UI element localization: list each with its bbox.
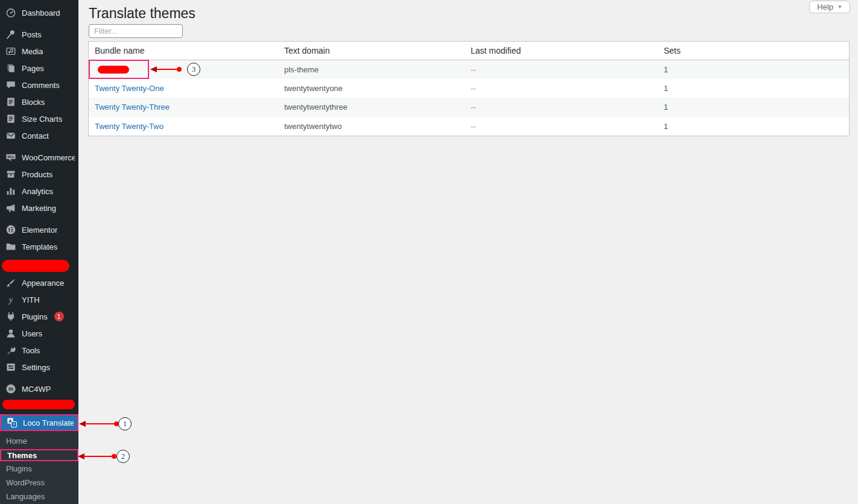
folder-icon (5, 241, 16, 252)
admin-menu: DashboardPostsMediaPagesCommentsBlocksSi… (0, 0, 78, 431)
loco-translate-submenu: HomeThemesPluginsWordPressLanguages (0, 431, 78, 504)
sidebar-item-label: WooCommerce (22, 153, 75, 162)
document-icon (5, 96, 16, 107)
sidebar-item-label: Contact (22, 131, 49, 140)
document-icon (5, 113, 16, 124)
sidebar-item-blocks[interactable]: Blocks (0, 93, 78, 110)
annotation-arrow-dot-3 (177, 67, 182, 72)
sidebar-item-yith[interactable]: yYITH (0, 291, 78, 308)
table-row: Twenty Twenty-Twotwentytwentytwo--1 (89, 117, 849, 136)
sidebar-item-comments[interactable]: Comments (0, 77, 78, 93)
sidebar-item-posts[interactable]: Posts (0, 26, 78, 43)
sidebar-item-settings[interactable]: Settings (0, 359, 78, 376)
chevron-down-icon: ▼ (837, 4, 842, 10)
col-text-domain: Text domain (278, 42, 465, 60)
bundle-link[interactable]: Twenty Twenty-One (95, 84, 164, 93)
sidebar-item-elementor[interactable]: Elementor (0, 221, 78, 238)
page-title: Translate themes (89, 5, 195, 23)
annotation-circle-3: 3 (187, 63, 200, 76)
help-label: Help (817, 2, 833, 11)
sidebar-item-label: Users (22, 329, 42, 338)
sidebar-item-label: Posts (22, 30, 42, 39)
annotation-arrow-dot-2 (112, 454, 116, 459)
submenu-item-plugins[interactable]: Plugins (0, 462, 78, 476)
pages-icon (5, 63, 16, 74)
sidebar-item-mc4wp[interactable]: mMC4WP (0, 380, 78, 397)
submenu-item-languages[interactable]: Languages (0, 490, 78, 503)
sidebar-item-appearance[interactable]: Appearance (0, 274, 78, 291)
sidebar-item-tools[interactable]: Tools (0, 342, 78, 359)
analytics-icon (5, 186, 16, 197)
mc4wp-icon: m (5, 383, 16, 394)
annotation-circle-1: 1 (118, 417, 132, 430)
bundle-link[interactable]: Twenty Twenty-Three (95, 102, 170, 112)
envelope-icon (5, 130, 16, 141)
annotation-box-bundle-name (89, 60, 149, 79)
annotation-arrow-line-2 (83, 456, 113, 457)
sidebar-item-size-charts[interactable]: Size Charts (0, 110, 78, 127)
svg-text:Woo: Woo (7, 155, 14, 159)
last-modified-cell: -- (465, 79, 658, 98)
woocommerce-icon: Woo (5, 152, 16, 163)
filter-input[interactable] (89, 24, 183, 38)
wordpress-admin-page: DashboardPostsMediaPagesCommentsBlocksSi… (0, 0, 858, 504)
text-domain-cell: twentytwentytwo (278, 117, 465, 136)
settings-icon (5, 362, 16, 373)
sidebar-item-label: Comments (22, 81, 60, 90)
sidebar-item-pages[interactable]: Pages (0, 60, 78, 77)
sidebar-item-analytics[interactable]: Analytics (0, 183, 78, 200)
wrench-icon (5, 345, 16, 356)
sidebar-item-woocommerce[interactable]: WooWooCommerce (0, 149, 78, 166)
sidebar-item-label: Loco Translate (23, 418, 74, 427)
sidebar-item-marketing[interactable]: Marketing (0, 200, 78, 216)
sidebar-item-label: Pages (22, 64, 44, 73)
sets-cell: 1 (658, 98, 849, 117)
submenu-item-themes[interactable]: Themes (0, 449, 78, 461)
pushpin-icon (5, 29, 16, 40)
sidebar-item-label: Plugins (22, 312, 48, 321)
submenu-item-wordpress[interactable]: WordPress (0, 476, 78, 490)
annotation-circle-2: 2 (116, 450, 130, 463)
themes-table: Bundle name Text domain Last modified Se… (88, 41, 850, 136)
sidebar-item-label: YITH (22, 295, 40, 304)
sidebar-item-label: MC4WP (22, 385, 51, 394)
sidebar-item-contact[interactable]: Contact (0, 127, 78, 144)
sidebar-item-label: Dashboard (22, 8, 60, 17)
update-count-badge: 1 (54, 312, 64, 321)
brush-icon (5, 277, 16, 288)
sidebar-item-label: Blocks (22, 98, 45, 107)
sidebar-item-label: Appearance (22, 279, 64, 288)
sidebar-item-label: Tools (22, 346, 40, 355)
svg-text:y: y (8, 295, 13, 304)
last-modified-cell: -- (465, 98, 658, 117)
sidebar-item-templates[interactable]: Templates (0, 238, 78, 255)
sidebar-item-label: Settings (22, 363, 50, 372)
media-icon (5, 46, 16, 57)
elementor-icon (5, 224, 16, 235)
bundle-link[interactable]: Twenty Twenty-Two (95, 122, 164, 131)
last-modified-cell: -- (465, 60, 658, 79)
sidebar-item-dashboard[interactable]: Dashboard (0, 4, 78, 21)
submenu-item-home[interactable]: Home (0, 434, 78, 448)
annotation-arrow-line-1 (84, 423, 116, 424)
help-button[interactable]: Help ▼ (809, 1, 850, 13)
sidebar-item-label: Analytics (22, 187, 53, 196)
sidebar-item-products[interactable]: Products (0, 166, 78, 183)
annotation-arrow-line-3 (156, 69, 179, 70)
sidebar-item-label: Media (22, 47, 43, 56)
col-sets: Sets (658, 42, 849, 60)
sidebar-item-label: Size Charts (22, 115, 62, 124)
table-row: Twenty Twenty-Onetwentytwentyone--1 (89, 79, 849, 98)
sidebar-item-media[interactable]: Media (0, 43, 78, 60)
sidebar-item-users[interactable]: Users (0, 325, 78, 342)
last-modified-cell: -- (465, 117, 658, 136)
col-bundle-name: Bundle name (89, 42, 278, 60)
text-domain-cell: pls-theme (278, 60, 465, 79)
loco-translate-icon: A* (7, 417, 17, 428)
col-last-modified: Last modified (465, 42, 658, 60)
sidebar-item-label: Templates (22, 242, 57, 251)
sidebar-item-loco-translate[interactable]: A*Loco Translate (0, 414, 78, 431)
sets-cell: 1 (658, 117, 849, 136)
sidebar-item-plugins[interactable]: Plugins1 (0, 308, 78, 325)
redacted-menu-item (2, 260, 69, 272)
